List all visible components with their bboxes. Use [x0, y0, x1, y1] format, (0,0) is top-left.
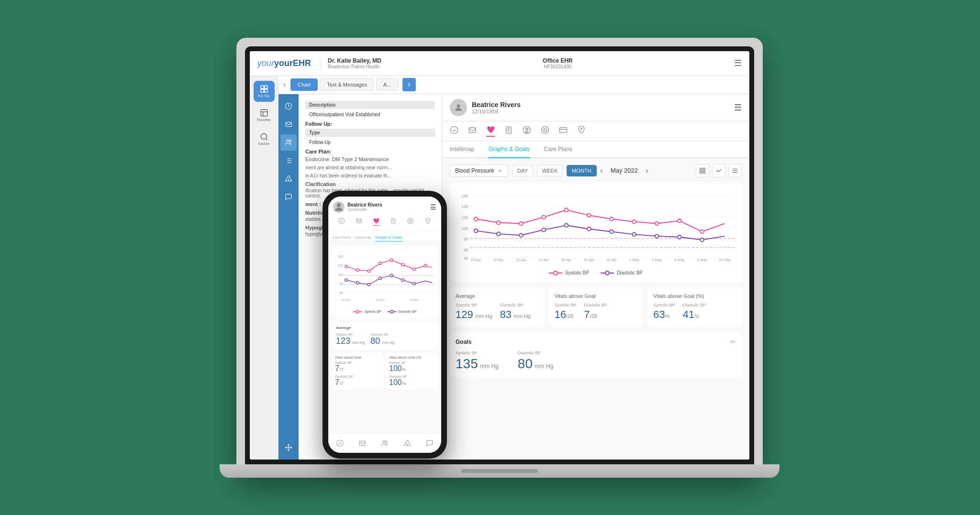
phone-vitals-pct-card: Vitals above Goal (%) Systolic BP 100 % …	[386, 353, 437, 390]
header-menu-icon[interactable]: ☰	[734, 58, 742, 68]
avg-systolic-col: Systolic BP 129 mm Hg	[456, 303, 492, 321]
svg-point-115	[542, 215, 546, 219]
sub-tab-care-plans[interactable]: Care Plans	[544, 141, 572, 158]
icon-move[interactable]	[280, 439, 297, 456]
phone-bottom-mail[interactable]	[356, 437, 369, 450]
p-nav-heart[interactable]	[486, 125, 495, 137]
svg-point-58	[289, 140, 291, 142]
avg-diastolic-val: 83	[500, 308, 512, 320]
avg-systolic-label: Systolic BP	[456, 303, 492, 307]
p-nav-target[interactable]	[541, 126, 549, 136]
bp-type-dropdown[interactable]: Blood Pressure	[450, 164, 508, 177]
svg-point-6	[427, 219, 428, 220]
icon-mail[interactable]	[280, 116, 297, 132]
phone-average-card: Average Systolic BP 123 mm Hg Diastolic …	[332, 322, 437, 350]
tab-bar: ‹ Chart Text & Messages A...	[278, 76, 749, 94]
sidebar-for-you[interactable]: For You	[254, 81, 275, 102]
icon-clock[interactable]	[280, 98, 297, 114]
tab-text-messages[interactable]: Text & Messages	[320, 78, 374, 91]
phone-nav-mail[interactable]	[356, 218, 362, 226]
patient-avatar	[450, 99, 467, 116]
svg-point-25	[413, 268, 416, 271]
svg-point-126	[542, 228, 546, 231]
phone-tab-graphs[interactable]: Graphs & Goals	[375, 234, 402, 241]
phone-nav-heart[interactable]	[373, 218, 379, 226]
avg-diastolic-col: Diastolic BP 83 mm Hg	[500, 303, 531, 321]
chart-view-icon[interactable]	[712, 164, 725, 177]
icon-chat[interactable]	[280, 189, 297, 205]
doc-type-value: Follow-Up	[305, 139, 435, 149]
time-btn-month[interactable]: MONTH	[567, 165, 596, 176]
phone-patient-dob: 12/15/1958	[347, 208, 382, 212]
phone-bottom-group[interactable]	[378, 437, 391, 450]
tab-more[interactable]: A...	[376, 78, 399, 91]
sidebar-favorites[interactable]: Favorites	[254, 105, 275, 126]
phone-vg-dia-denom: /7	[340, 381, 344, 386]
p-nav-mail[interactable]	[468, 126, 477, 136]
p-nav-id[interactable]	[559, 126, 568, 136]
doc-care-plan-label: Care Plan:	[305, 149, 435, 154]
tab-arrow-btn[interactable]	[402, 78, 416, 91]
bp-controls: Blood Pressure DAY WEEK MONTH ‹	[450, 164, 742, 177]
svg-point-27	[345, 278, 348, 281]
sub-tab-intellimap[interactable]: Intellimap	[450, 141, 474, 158]
phone-nav-check[interactable]	[338, 218, 345, 226]
svg-point-22	[379, 262, 382, 264]
svg-text:80: 80	[340, 282, 344, 285]
time-btn-week[interactable]: WEEK	[537, 165, 563, 176]
phone-nav-location[interactable]	[424, 218, 431, 226]
phone-vg-sys-denom: /7	[340, 367, 344, 372]
p-nav-check[interactable]	[450, 126, 458, 136]
phone-nav-notes[interactable]	[390, 218, 397, 226]
bp-section: Blood Pressure DAY WEEK MONTH ‹	[442, 158, 749, 460]
phone-vg-dia-val: 7	[335, 378, 339, 387]
sub-tab-graphs-goals[interactable]: Graphs & Goals	[489, 141, 529, 158]
prev-month-btn[interactable]: ‹	[601, 166, 603, 175]
time-btn-day[interactable]: DAY	[512, 165, 533, 176]
svg-point-43	[383, 440, 385, 442]
phone-bottom-warning[interactable]	[401, 437, 414, 450]
sidebar-explore[interactable]: Explore	[254, 129, 275, 150]
svg-rect-49	[261, 89, 264, 92]
vitals-goal-card: Vitals above Goal Systolic BP 16/28	[549, 287, 643, 327]
phone-menu-icon[interactable]: ☰	[430, 203, 436, 211]
p-nav-dollar[interactable]	[523, 126, 531, 136]
icon-group[interactable]	[280, 134, 297, 151]
p-nav-location[interactable]	[577, 126, 586, 136]
laptop-outer: youryourEHR Dr. Katie Bailey, MD Bradent…	[236, 38, 763, 478]
patient-menu-icon[interactable]: ☰	[734, 102, 742, 113]
phone-bottom-check[interactable]	[333, 437, 346, 450]
next-month-btn[interactable]: ›	[646, 166, 648, 175]
p-nav-notes[interactable]	[504, 126, 513, 136]
table-view-icon[interactable]	[728, 164, 742, 177]
legend-systolic-label: Systolic BP	[565, 270, 590, 275]
phone-bottom-chat[interactable]	[423, 437, 436, 450]
svg-text:40: 40	[464, 256, 468, 261]
phone-nav-target[interactable]	[407, 218, 414, 226]
phone-below-stats: Vitals above Goal Systolic BP 7 /7 Diast…	[332, 353, 437, 390]
svg-text:30 Apr: 30 Apr	[606, 257, 617, 262]
icon-list[interactable]	[280, 153, 297, 169]
svg-point-124	[497, 232, 501, 236]
vp-systolic-unit: %	[665, 313, 670, 319]
grid-view-icon[interactable]	[696, 164, 709, 177]
office-id: HF36231490	[543, 64, 573, 69]
legend-diastolic-label: Diastolic BP	[617, 270, 643, 275]
phone-diastolic-val: 80	[370, 336, 380, 346]
goal-diastolic-val: 80	[518, 356, 533, 371]
tab-back-arrow[interactable]: ‹	[283, 80, 286, 89]
goals-edit-icon[interactable]: ✏	[730, 338, 736, 346]
avg-diastolic-label: Diastolic BP	[500, 303, 531, 307]
phone-tab-intellimap[interactable]: Intellimap	[355, 234, 371, 241]
icon-sidebar	[278, 94, 299, 460]
icon-warning[interactable]	[280, 171, 297, 187]
phone-systolic-val: 123	[336, 336, 350, 346]
phone-sub-tabs: Care Plans Intellimap Graphs & Goals	[328, 231, 441, 241]
avg-systolic-val: 129	[456, 308, 473, 320]
phone-systolic-avg: Systolic BP 123 mm Hg	[336, 333, 365, 346]
svg-text:18 Apr: 18 Apr	[471, 257, 481, 262]
svg-point-20	[356, 268, 359, 271]
tab-chart[interactable]: Chart	[290, 78, 318, 91]
phone-tab-care-plans[interactable]: Care Plans	[332, 234, 351, 241]
svg-text:100: 100	[461, 226, 468, 230]
